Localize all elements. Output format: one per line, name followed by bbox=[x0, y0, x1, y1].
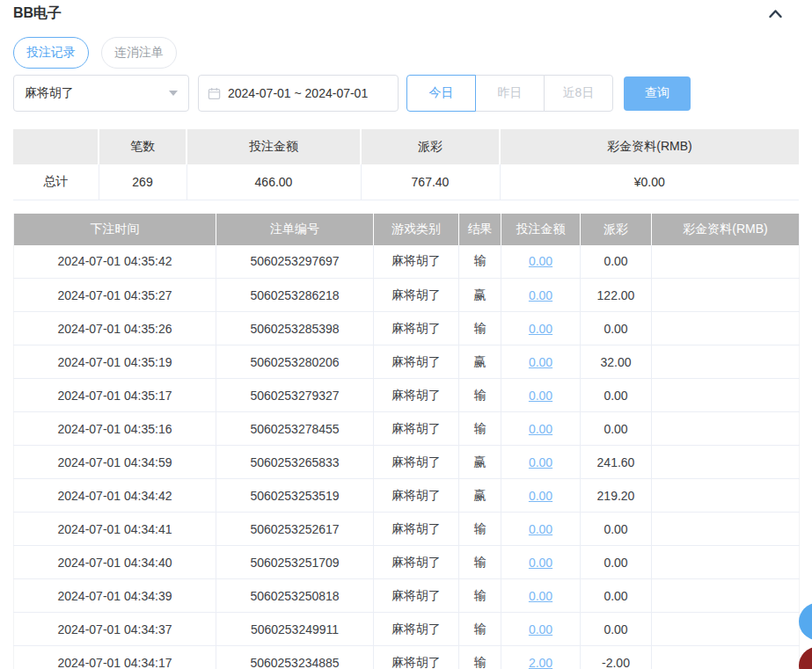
result-cell: 赢 bbox=[459, 446, 501, 479]
filter-row: 麻将胡了 2024-07-01 ~ 2024-07-01 今日 昨日 近8日 查… bbox=[13, 75, 799, 112]
summary-table: 笔数投注金额派彩彩金资料(RMB) 总计 269 466.00 767.40 ¥… bbox=[13, 129, 799, 200]
bet-amount-cell: 0.00 bbox=[501, 279, 581, 312]
bonus-cell bbox=[652, 312, 800, 345]
tab-cancelled-orders[interactable]: 连消注单 bbox=[101, 37, 177, 69]
game-type-cell: 麻将胡了 bbox=[374, 513, 459, 546]
quick-range-8days[interactable]: 近8日 bbox=[544, 75, 613, 112]
bet-amount-cell: 2.00 bbox=[501, 646, 581, 669]
bet-amount-cell: 0.00 bbox=[501, 345, 581, 379]
result-cell: 输 bbox=[459, 412, 501, 446]
quick-range-group: 今日 昨日 近8日 bbox=[406, 75, 613, 112]
record-row: 2024-07-01 04:34:40 5060253251709 麻将胡了 输… bbox=[14, 546, 800, 579]
game-type-cell: 麻将胡了 bbox=[374, 479, 459, 513]
order-number-cell: 5060253234885 bbox=[216, 646, 374, 669]
record-row: 2024-07-01 04:35:17 5060253279327 麻将胡了 输… bbox=[14, 379, 800, 412]
bet-time-cell: 2024-07-01 04:35:16 bbox=[14, 412, 216, 446]
order-number-cell: 5060253253519 bbox=[216, 479, 374, 513]
bet-amount-cell: 0.00 bbox=[501, 613, 581, 646]
payout-cell: 122.00 bbox=[581, 279, 652, 312]
record-row: 2024-07-01 04:34:37 5060253249911 麻将胡了 输… bbox=[14, 613, 800, 646]
bet-time-cell: 2024-07-01 04:35:17 bbox=[14, 379, 216, 412]
record-row: 2024-07-01 04:34:41 5060253252617 麻将胡了 输… bbox=[14, 513, 800, 546]
game-type-cell: 麻将胡了 bbox=[374, 412, 459, 446]
collapse-button[interactable] bbox=[766, 7, 785, 20]
calendar-icon bbox=[208, 87, 221, 100]
bet-amount-link[interactable]: 0.00 bbox=[529, 556, 552, 570]
record-row: 2024-07-01 04:35:19 5060253280206 麻将胡了 赢… bbox=[14, 345, 800, 379]
bonus-cell bbox=[652, 546, 800, 579]
quick-range-today[interactable]: 今日 bbox=[406, 75, 476, 112]
result-cell: 赢 bbox=[459, 345, 501, 379]
order-number-cell: 5060253286218 bbox=[216, 279, 374, 312]
float-button-blue[interactable] bbox=[799, 603, 812, 640]
order-number-cell: 5060253285398 bbox=[216, 312, 374, 345]
bet-time-cell: 2024-07-01 04:34:37 bbox=[14, 613, 216, 646]
bonus-cell bbox=[652, 479, 800, 513]
records-column-header: 结果 bbox=[459, 214, 501, 245]
order-number-cell: 5060253250818 bbox=[216, 579, 374, 613]
payout-cell: 241.60 bbox=[581, 446, 652, 479]
payout-cell: 0.00 bbox=[581, 546, 652, 579]
game-type-cell: 麻将胡了 bbox=[374, 279, 459, 312]
summary-column-header bbox=[13, 129, 99, 164]
result-cell: 输 bbox=[459, 245, 501, 279]
record-row: 2024-07-01 04:35:16 5060253278455 麻将胡了 输… bbox=[14, 412, 800, 446]
payout-cell: 0.00 bbox=[581, 312, 652, 345]
bonus-cell bbox=[652, 345, 800, 379]
bet-time-cell: 2024-07-01 04:35:19 bbox=[14, 345, 216, 379]
tab-betting-records[interactable]: 投注记录 bbox=[13, 37, 89, 69]
float-button-red[interactable] bbox=[799, 647, 812, 669]
bet-amount-link[interactable]: 0.00 bbox=[529, 522, 552, 536]
betting-records-panel: BB电子 投注记录 连消注单 麻将胡了 2024-07-01 ~ 2024-07… bbox=[0, 0, 812, 669]
result-cell: 输 bbox=[459, 312, 501, 345]
summary-total-label: 总计 bbox=[13, 164, 99, 200]
bet-amount-link[interactable]: 0.00 bbox=[529, 455, 552, 469]
bet-amount-cell: 0.00 bbox=[501, 479, 581, 513]
search-button[interactable]: 查询 bbox=[624, 76, 691, 111]
payout-cell: -2.00 bbox=[581, 646, 652, 669]
record-row: 2024-07-01 04:35:42 5060253297697 麻将胡了 输… bbox=[14, 245, 800, 279]
summary-total-bet-amount: 466.00 bbox=[187, 164, 361, 200]
game-type-cell: 麻将胡了 bbox=[374, 613, 459, 646]
bonus-cell bbox=[652, 646, 800, 669]
bet-amount-cell: 0.00 bbox=[501, 412, 581, 446]
game-type-cell: 麻将胡了 bbox=[374, 245, 459, 279]
records-column-header: 彩金资料(RMB) bbox=[652, 214, 800, 245]
records-table: 下注时间注单编号游戏类别结果投注金额派彩彩金资料(RMB) 2024-07-01… bbox=[13, 214, 800, 669]
quick-range-yesterday[interactable]: 昨日 bbox=[475, 75, 545, 112]
bet-time-cell: 2024-07-01 04:34:40 bbox=[14, 546, 216, 579]
bet-amount-cell: 0.00 bbox=[501, 513, 581, 546]
bet-amount-link[interactable]: 0.00 bbox=[529, 422, 552, 436]
bonus-cell bbox=[652, 446, 800, 479]
records-header-row: 下注时间注单编号游戏类别结果投注金额派彩彩金资料(RMB) bbox=[14, 214, 800, 245]
bonus-cell bbox=[652, 245, 800, 279]
bet-amount-cell: 0.00 bbox=[501, 245, 581, 279]
bet-amount-link[interactable]: 0.00 bbox=[529, 489, 552, 503]
records-column-header: 派彩 bbox=[581, 214, 652, 245]
payout-cell: 0.00 bbox=[581, 613, 652, 646]
bet-amount-link[interactable]: 0.00 bbox=[529, 622, 552, 636]
bet-amount-link[interactable]: 0.00 bbox=[529, 254, 552, 268]
bet-amount-link[interactable]: 0.00 bbox=[529, 288, 552, 302]
record-row: 2024-07-01 04:34:42 5060253253519 麻将胡了 赢… bbox=[14, 479, 800, 513]
date-range-input[interactable]: 2024-07-01 ~ 2024-07-01 bbox=[198, 75, 399, 112]
record-row: 2024-07-01 04:35:26 5060253285398 麻将胡了 输… bbox=[14, 312, 800, 345]
summary-total-row: 总计 269 466.00 767.40 ¥0.00 bbox=[13, 164, 799, 200]
order-number-cell: 5060253279327 bbox=[216, 379, 374, 412]
result-cell: 输 bbox=[459, 546, 501, 579]
game-select-value: 麻将胡了 bbox=[25, 85, 74, 101]
bet-time-cell: 2024-07-01 04:35:27 bbox=[14, 279, 216, 312]
bet-amount-link[interactable]: 0.00 bbox=[529, 322, 552, 336]
record-row: 2024-07-01 04:34:39 5060253250818 麻将胡了 输… bbox=[14, 579, 800, 613]
bonus-cell bbox=[652, 279, 800, 312]
bet-amount-link[interactable]: 0.00 bbox=[529, 589, 552, 603]
records-tbody: 2024-07-01 04:35:42 5060253297697 麻将胡了 输… bbox=[14, 245, 800, 669]
game-select[interactable]: 麻将胡了 bbox=[13, 75, 189, 112]
result-cell: 输 bbox=[459, 613, 501, 646]
bet-amount-link[interactable]: 0.00 bbox=[529, 355, 552, 369]
bet-amount-link[interactable]: 2.00 bbox=[529, 656, 552, 669]
summary-total-payout: 767.40 bbox=[361, 164, 500, 200]
bet-amount-link[interactable]: 0.00 bbox=[529, 389, 552, 403]
payout-cell: 0.00 bbox=[581, 513, 652, 546]
records-column-header: 注单编号 bbox=[216, 214, 374, 245]
